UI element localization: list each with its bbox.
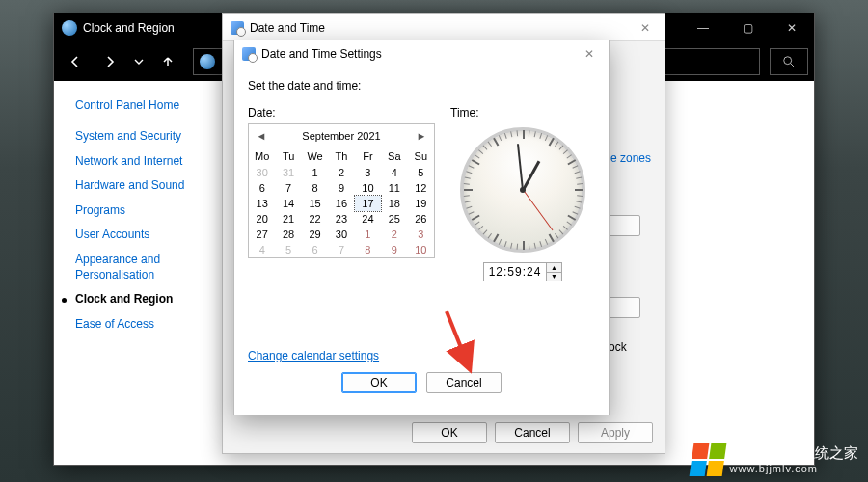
- close-button[interactable]: ✕: [770, 13, 814, 42]
- sidebar-item-clock-and-region[interactable]: Clock and Region: [75, 292, 220, 308]
- calendar-day[interactable]: 23: [328, 211, 354, 227]
- calendar-day[interactable]: 4: [249, 242, 275, 257]
- calendar-day[interactable]: 1: [302, 165, 328, 180]
- calendar-day[interactable]: 27: [249, 227, 275, 242]
- date-time-icon: [231, 21, 244, 35]
- calendar-day[interactable]: 9: [328, 180, 354, 196]
- calendar-day[interactable]: 2: [381, 227, 407, 242]
- nav-history-button[interactable]: [129, 46, 149, 77]
- watermark-brand: Windows: [730, 444, 798, 461]
- calendar-dow: Mo: [249, 147, 275, 165]
- calendar-day[interactable]: 5: [408, 165, 434, 180]
- search-box[interactable]: [770, 48, 808, 75]
- calendar-day[interactable]: 6: [249, 180, 275, 196]
- calendar-day[interactable]: 20: [249, 211, 275, 227]
- nav-forward-button[interactable]: [95, 46, 125, 77]
- dlg2-title: Date and Time Settings: [261, 47, 570, 61]
- windows-logo-icon: [689, 443, 726, 476]
- calendar-day[interactable]: 15: [302, 196, 328, 211]
- calendar-day[interactable]: 6: [302, 242, 328, 257]
- nav-back-button[interactable]: [60, 46, 91, 77]
- calendar-day[interactable]: 30: [328, 227, 354, 242]
- watermark: Windows 系统之家 www.bjjmlv.com: [692, 443, 858, 476]
- calendar-dow: We: [302, 147, 328, 165]
- sidebar-item-hardware-and-sound[interactable]: Hardware and Sound: [75, 178, 220, 194]
- calendar-day[interactable]: 21: [275, 211, 301, 227]
- arrow-left-icon: [68, 54, 83, 69]
- calendar-day[interactable]: 25: [381, 211, 407, 227]
- arrow-right-icon: [102, 54, 118, 69]
- dlg1-titlebar: Date and Time ✕: [223, 14, 665, 41]
- calendar-day[interactable]: 22: [302, 211, 328, 227]
- calendar-day[interactable]: 4: [381, 165, 407, 180]
- dlg1-cancel-button[interactable]: Cancel: [495, 422, 570, 443]
- calendar-prev-button[interactable]: ◄: [255, 130, 268, 142]
- calendar-day[interactable]: 30: [249, 165, 275, 180]
- calendar-day[interactable]: 29: [302, 227, 328, 242]
- partial-text-ock: ock: [609, 340, 627, 354]
- sidebar-item-system-and-security[interactable]: System and Security: [75, 129, 220, 145]
- svg-point-0: [784, 57, 792, 65]
- calendar-day[interactable]: 10: [355, 180, 381, 196]
- calendar-day[interactable]: 12: [408, 180, 434, 196]
- control-panel-home-link[interactable]: Control Panel Home: [75, 98, 220, 112]
- dlg1-title: Date and Time: [250, 21, 626, 35]
- dlg2-close-button[interactable]: ✕: [570, 40, 609, 67]
- dlg2-ok-button[interactable]: OK: [341, 372, 417, 393]
- calendar-day[interactable]: 28: [275, 227, 301, 242]
- calendar-day[interactable]: 26: [408, 211, 434, 227]
- chevron-down-icon: [134, 57, 144, 67]
- watermark-url: www.bjjmlv.com: [730, 463, 858, 475]
- arrow-up-icon: [160, 54, 176, 69]
- dlg2-titlebar: Date and Time Settings ✕: [234, 40, 609, 67]
- calendar-day[interactable]: 7: [275, 180, 301, 196]
- calendar-day[interactable]: 10: [408, 242, 434, 257]
- date-label: Date:: [248, 106, 435, 120]
- calendar-day[interactable]: 3: [408, 227, 434, 242]
- maximize-button[interactable]: ▢: [725, 13, 770, 42]
- calendar: ◄ September 2021 ► MoTuWeThFrSaSu3031123…: [248, 123, 435, 258]
- sidebar-item-appearance-and-personalisation[interactable]: Appearance and Personalisation: [75, 253, 220, 282]
- nav-up-button[interactable]: [152, 46, 183, 77]
- time-input[interactable]: [484, 263, 546, 281]
- search-icon: [782, 55, 796, 68]
- calendar-day[interactable]: 5: [275, 242, 301, 257]
- partial-button-1[interactable]: [608, 215, 640, 236]
- watermark-zh: 系统之家: [800, 444, 858, 461]
- calendar-day[interactable]: 18: [381, 196, 407, 211]
- dlg1-apply-button[interactable]: Apply: [578, 422, 653, 443]
- change-calendar-settings-link[interactable]: Change calendar settings: [248, 349, 379, 362]
- partial-button-2[interactable]: [608, 297, 640, 318]
- time-spin-up-button[interactable]: ▲: [547, 263, 561, 273]
- time-spin-down-button[interactable]: ▼: [547, 273, 561, 281]
- sidebar-item-network-and-internet[interactable]: Network and Internet: [75, 154, 220, 170]
- calendar-day[interactable]: 1: [355, 227, 381, 242]
- calendar-day[interactable]: 14: [275, 196, 301, 211]
- calendar-day[interactable]: 3: [355, 165, 381, 180]
- calendar-day[interactable]: 9: [381, 242, 407, 257]
- calendar-day[interactable]: 8: [302, 180, 328, 196]
- calendar-dow: Su: [408, 147, 434, 165]
- dlg1-close-button[interactable]: ✕: [626, 14, 665, 41]
- calendar-day[interactable]: 2: [328, 165, 354, 180]
- sidebar-item-user-accounts[interactable]: User Accounts: [75, 228, 220, 243]
- calendar-day[interactable]: 7: [328, 242, 354, 257]
- calendar-day[interactable]: 17: [355, 196, 381, 211]
- calendar-day[interactable]: 24: [355, 211, 381, 227]
- calendar-day[interactable]: 13: [249, 196, 275, 211]
- calendar-dow: Fr: [355, 147, 381, 165]
- calendar-day[interactable]: 31: [275, 165, 301, 180]
- address-icon: [200, 54, 215, 69]
- calendar-next-button[interactable]: ►: [415, 130, 428, 142]
- dlg1-ok-button[interactable]: OK: [412, 422, 487, 443]
- sidebar-item-ease-of-access[interactable]: Ease of Access: [75, 317, 220, 333]
- calendar-month[interactable]: September 2021: [302, 130, 380, 142]
- sidebar: Control Panel Home System and SecurityNe…: [54, 81, 228, 465]
- date-time-settings-dialog: Date and Time Settings ✕ Set the date an…: [233, 40, 610, 415]
- calendar-day[interactable]: 11: [381, 180, 407, 196]
- calendar-day[interactable]: 16: [328, 196, 354, 211]
- minimize-button[interactable]: —: [681, 13, 725, 42]
- sidebar-item-programs[interactable]: Programs: [75, 203, 220, 219]
- calendar-day[interactable]: 19: [408, 196, 434, 211]
- calendar-day[interactable]: 8: [355, 242, 381, 257]
